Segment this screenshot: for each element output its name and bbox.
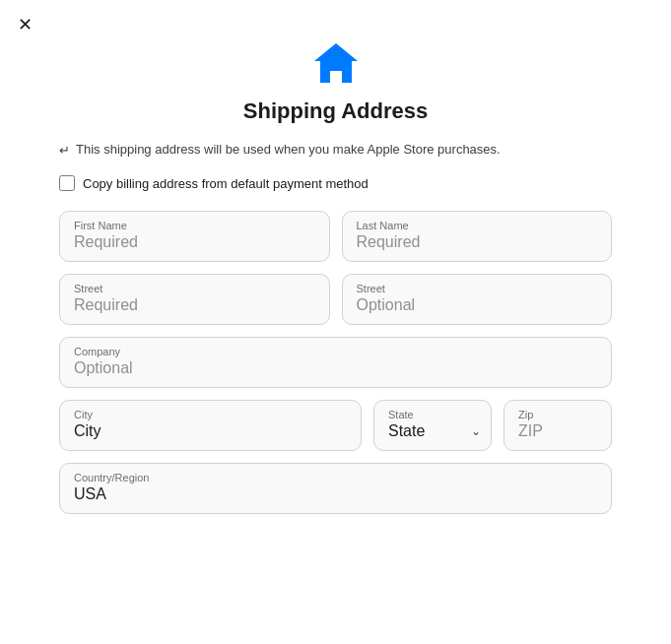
svg-rect-1 xyxy=(331,72,341,83)
house-icon xyxy=(310,39,362,87)
modal-container: Shipping Address ↵ This shipping address… xyxy=(0,0,671,553)
country-row: Country/Region USA xyxy=(59,463,612,514)
street2-field[interactable]: Street Optional xyxy=(342,274,613,325)
subtitle-text: This shipping address will be used when … xyxy=(76,142,501,157)
city-field[interactable]: City City xyxy=(59,400,362,451)
state-label: State xyxy=(388,409,481,420)
company-value: Optional xyxy=(74,359,597,377)
copy-billing-row[interactable]: Copy billing address from default paymen… xyxy=(59,175,612,191)
copy-billing-label: Copy billing address from default paymen… xyxy=(83,176,369,191)
country-label: Country/Region xyxy=(74,472,597,483)
country-value: USA xyxy=(74,485,597,503)
company-field[interactable]: Company Optional xyxy=(59,337,612,388)
state-value: State xyxy=(388,422,425,440)
company-row: Company Optional xyxy=(59,337,612,388)
street2-value: Optional xyxy=(357,296,598,314)
name-row: First Name Required Last Name Required xyxy=(59,211,612,262)
close-button[interactable]: ✕ xyxy=(18,16,33,33)
last-name-value: Required xyxy=(357,233,598,251)
page-title: Shipping Address xyxy=(243,98,428,124)
last-name-field[interactable]: Last Name Required xyxy=(342,211,613,262)
city-label: City xyxy=(74,409,347,420)
zip-field[interactable]: Zip ZIP xyxy=(503,400,612,451)
street1-field[interactable]: Street Required xyxy=(59,274,330,325)
zip-label: Zip xyxy=(518,409,597,420)
state-field[interactable]: State State ⌄ xyxy=(373,400,492,451)
street-row: Street Required Street Optional xyxy=(59,274,612,325)
city-value: City xyxy=(74,422,347,440)
last-name-label: Last Name xyxy=(357,220,598,231)
copy-billing-checkbox[interactable] xyxy=(59,175,75,191)
city-state-zip-row: City City State State ⌄ Zip ZIP xyxy=(59,400,612,451)
street1-value: Required xyxy=(74,296,315,314)
subtitle-arrow-icon: ↵ xyxy=(59,143,70,158)
country-field[interactable]: Country/Region USA xyxy=(59,463,612,514)
street2-label: Street xyxy=(357,283,598,294)
first-name-value: Required xyxy=(74,233,315,251)
subtitle-row: ↵ This shipping address will be used whe… xyxy=(59,142,612,158)
chevron-down-icon: ⌄ xyxy=(471,424,481,438)
first-name-field[interactable]: First Name Required xyxy=(59,211,330,262)
company-label: Company xyxy=(74,346,597,357)
address-form: First Name Required Last Name Required S… xyxy=(59,211,612,514)
state-inner: State ⌄ xyxy=(388,422,481,440)
street1-label: Street xyxy=(74,283,315,294)
zip-value: ZIP xyxy=(518,422,597,440)
first-name-label: First Name xyxy=(74,220,315,231)
